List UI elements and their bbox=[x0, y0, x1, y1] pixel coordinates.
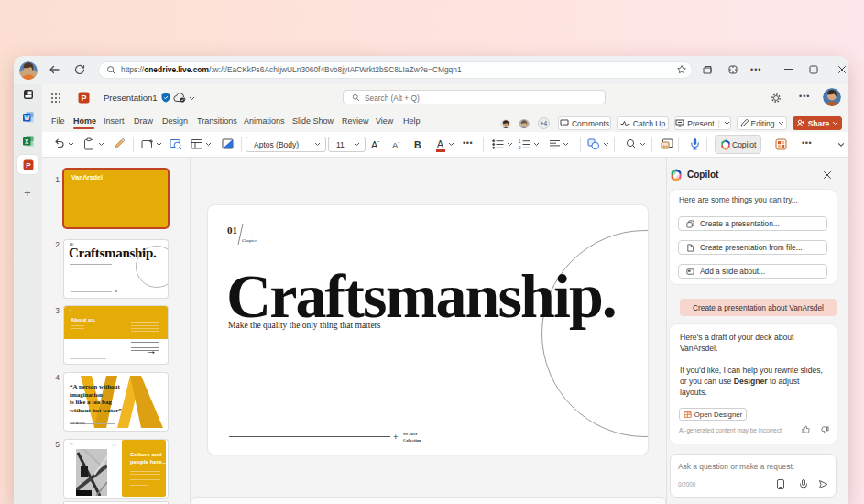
svg-text:W: W bbox=[24, 115, 30, 121]
svg-text:P: P bbox=[26, 161, 31, 170]
svg-text:P: P bbox=[81, 93, 86, 103]
svg-text:2: 2 bbox=[519, 146, 521, 150]
svg-text:X: X bbox=[25, 138, 29, 145]
svg-text:1: 1 bbox=[519, 139, 521, 144]
